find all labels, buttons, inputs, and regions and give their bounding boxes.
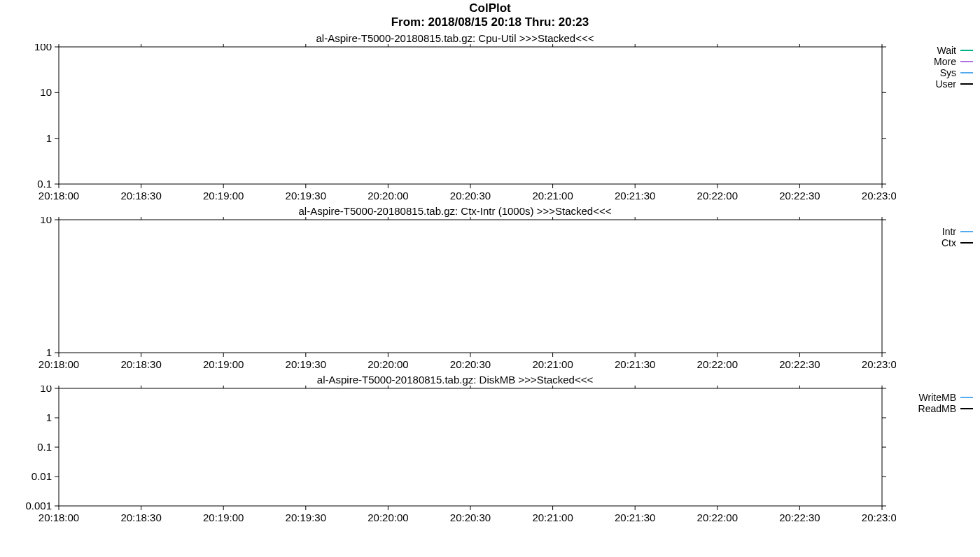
svg-text:20:21:00: 20:21:00 bbox=[532, 190, 573, 202]
svg-text:20:23:00: 20:23:00 bbox=[862, 190, 896, 202]
legend: WaitMoreSysUser bbox=[896, 29, 973, 90]
svg-text:20:20:30: 20:20:30 bbox=[450, 358, 491, 370]
legend-entry: Sys bbox=[896, 67, 973, 78]
svg-text:20:20:30: 20:20:30 bbox=[450, 190, 491, 202]
svg-text:10: 10 bbox=[40, 386, 52, 394]
svg-text:20:19:30: 20:19:30 bbox=[286, 358, 326, 370]
legend-swatch bbox=[960, 83, 973, 85]
svg-rect-46 bbox=[59, 220, 882, 353]
legend-swatch bbox=[960, 61, 973, 62]
svg-text:0.001: 0.001 bbox=[25, 500, 52, 512]
svg-text:20:20:30: 20:20:30 bbox=[450, 512, 491, 523]
svg-text:20:21:00: 20:21:00 bbox=[532, 512, 573, 523]
svg-text:20:19:30: 20:19:30 bbox=[286, 190, 326, 202]
svg-text:20:22:30: 20:22:30 bbox=[779, 512, 820, 523]
legend: IntrCtx bbox=[896, 202, 973, 248]
page-title: ColPlot bbox=[0, 1, 980, 15]
legend-swatch bbox=[960, 72, 973, 73]
page-subtitle: From: 2018/08/15 20:18 Thru: 20:23 bbox=[0, 15, 980, 29]
svg-text:20:22:00: 20:22:00 bbox=[697, 512, 738, 523]
svg-text:100: 100 bbox=[34, 44, 52, 52]
chart-title: al-Aspire-T5000-20180815.tab.gz: Cpu-Uti… bbox=[14, 32, 896, 44]
svg-text:1: 1 bbox=[46, 346, 52, 358]
svg-text:20:18:30: 20:18:30 bbox=[120, 190, 161, 202]
svg-text:20:21:30: 20:21:30 bbox=[615, 190, 655, 202]
chart-row-2: al-Aspire-T5000-20180815.tab.gz: DiskMB … bbox=[0, 371, 980, 524]
svg-text:20:19:00: 20:19:00 bbox=[203, 512, 244, 523]
legend-label: Ctx bbox=[941, 237, 960, 248]
legend-entry: More bbox=[896, 56, 973, 67]
legend-entry: User bbox=[896, 78, 973, 90]
chart-title: al-Aspire-T5000-20180815.tab.gz: Ctx-Int… bbox=[14, 205, 896, 217]
chart-title: al-Aspire-T5000-20180815.tab.gz: DiskMB … bbox=[14, 374, 896, 386]
svg-text:1: 1 bbox=[46, 132, 52, 144]
legend-label: More bbox=[934, 56, 960, 67]
legend-swatch bbox=[960, 397, 973, 398]
svg-text:20:18:00: 20:18:00 bbox=[38, 190, 79, 202]
svg-rect-0 bbox=[59, 47, 882, 184]
svg-text:1: 1 bbox=[46, 411, 52, 423]
svg-text:20:20:00: 20:20:00 bbox=[368, 190, 408, 202]
legend-entry: WriteMB bbox=[896, 392, 973, 403]
svg-text:20:20:00: 20:20:00 bbox=[368, 512, 408, 523]
chart-row-0: al-Aspire-T5000-20180815.tab.gz: Cpu-Uti… bbox=[0, 29, 980, 202]
svg-rect-86 bbox=[59, 388, 882, 506]
svg-text:20:23:00: 20:23:00 bbox=[862, 512, 896, 523]
legend-entry: Ctx bbox=[896, 237, 973, 248]
legend-label: WriteMB bbox=[919, 392, 960, 403]
svg-text:20:18:30: 20:18:30 bbox=[120, 358, 161, 370]
svg-text:10: 10 bbox=[40, 217, 52, 225]
legend: WriteMBReadMB bbox=[896, 371, 973, 414]
legend-entry: Wait bbox=[896, 45, 973, 56]
legend-label: Sys bbox=[940, 67, 960, 78]
svg-text:20:19:30: 20:19:30 bbox=[286, 512, 326, 523]
svg-text:20:22:00: 20:22:00 bbox=[697, 358, 738, 370]
svg-text:20:19:00: 20:19:00 bbox=[203, 190, 244, 202]
page: ColPlot From: 2018/08/15 20:18 Thru: 20:… bbox=[0, 0, 980, 524]
legend-swatch bbox=[960, 408, 973, 409]
svg-text:20:19:00: 20:19:00 bbox=[203, 358, 244, 370]
svg-text:20:18:30: 20:18:30 bbox=[120, 512, 161, 523]
legend-entry: ReadMB bbox=[896, 403, 973, 414]
svg-text:20:21:30: 20:21:30 bbox=[615, 512, 655, 523]
chart-1: al-Aspire-T5000-20180815.tab.gz: Ctx-Int… bbox=[14, 202, 896, 371]
svg-text:20:18:00: 20:18:00 bbox=[38, 512, 79, 523]
svg-text:20:21:30: 20:21:30 bbox=[615, 358, 655, 370]
legend-entry: Intr bbox=[896, 226, 973, 237]
legend-swatch bbox=[960, 242, 973, 244]
svg-text:0.1: 0.1 bbox=[37, 441, 52, 453]
svg-text:20:22:30: 20:22:30 bbox=[779, 190, 820, 202]
chart-0: al-Aspire-T5000-20180815.tab.gz: Cpu-Uti… bbox=[14, 29, 896, 202]
svg-text:20:22:30: 20:22:30 bbox=[779, 358, 820, 370]
svg-text:20:23:00: 20:23:00 bbox=[862, 358, 896, 370]
svg-text:0.01: 0.01 bbox=[31, 470, 52, 482]
legend-label: User bbox=[935, 78, 960, 90]
legend-swatch bbox=[960, 50, 973, 51]
svg-text:20:18:00: 20:18:00 bbox=[38, 358, 79, 370]
svg-text:20:21:00: 20:21:00 bbox=[532, 358, 573, 370]
svg-text:20:20:00: 20:20:00 bbox=[368, 358, 408, 370]
svg-text:10: 10 bbox=[40, 86, 52, 98]
chart-row-1: al-Aspire-T5000-20180815.tab.gz: Ctx-Int… bbox=[0, 202, 980, 371]
legend-swatch bbox=[960, 231, 973, 232]
legend-label: Intr bbox=[942, 226, 960, 237]
legend-label: ReadMB bbox=[918, 403, 960, 414]
svg-text:20:22:00: 20:22:00 bbox=[697, 190, 738, 202]
chart-2: al-Aspire-T5000-20180815.tab.gz: DiskMB … bbox=[14, 371, 896, 524]
header: ColPlot From: 2018/08/15 20:18 Thru: 20:… bbox=[0, 0, 980, 29]
legend-label: Wait bbox=[937, 45, 960, 56]
svg-text:0.1: 0.1 bbox=[37, 178, 52, 190]
